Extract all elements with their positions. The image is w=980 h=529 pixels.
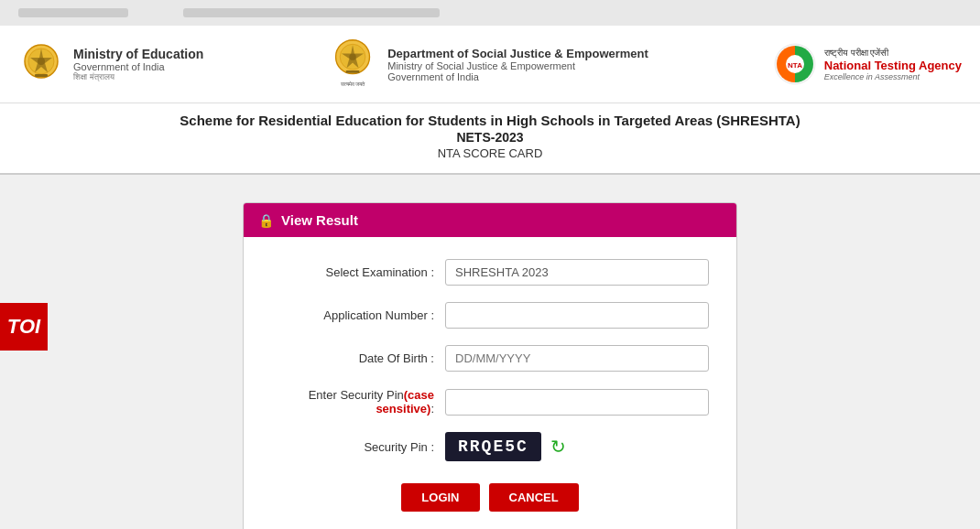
- dept-sub2: Government of India: [387, 71, 648, 82]
- select-examination-row: Select Examination :: [271, 259, 709, 286]
- application-number-input[interactable]: [445, 302, 709, 329]
- security-pin-colon: :: [430, 402, 434, 416]
- form-card-body: Select Examination : Application Number …: [244, 237, 736, 529]
- select-exam-label: Select Examination :: [271, 265, 445, 279]
- nta-english-name: National Testing Agency: [824, 59, 962, 72]
- app-number-label: Application Number :: [271, 308, 445, 322]
- dob-input[interactable]: [445, 345, 709, 372]
- svg-text:NTA: NTA: [788, 61, 802, 70]
- ministry-education-section: Ministry of Education Government of Indi…: [18, 41, 203, 87]
- exam-title-sub: NETS-2023: [18, 130, 962, 145]
- form-header-label: View Result: [281, 212, 358, 228]
- captcha-value: RRQE5C: [445, 432, 541, 461]
- refresh-captcha-icon[interactable]: ↻: [550, 436, 566, 458]
- title-section: Scheme for Residential Education for Stu…: [0, 103, 980, 175]
- nav-blur-2: [183, 8, 440, 17]
- dob-row: Date Of Birth :: [271, 345, 709, 372]
- form-buttons: LOGIN CANCEL: [271, 483, 709, 521]
- view-result-form-card: 🔒 View Result Select Examination : Appli…: [243, 202, 737, 529]
- captcha-label: Security Pin :: [271, 440, 445, 454]
- ministry-name: Ministry of Education: [73, 47, 203, 61]
- application-number-row: Application Number :: [271, 302, 709, 329]
- department-section: सत्यमेव जयते Department of Social Justic…: [203, 37, 772, 92]
- nav-blur-1: [18, 8, 128, 17]
- toi-badge: TOI: [0, 303, 48, 351]
- page-header: Ministry of Education Government of Indi…: [0, 26, 980, 103]
- exam-title-main: Scheme for Residential Education for Stu…: [18, 113, 962, 128]
- nta-hindi-name: राष्ट्रीय परीक्षा एजेंसी: [824, 48, 962, 59]
- dept-name: Department of Social Justice & Empowerme…: [387, 47, 648, 60]
- nta-tagline: Excellence in Assessment: [824, 72, 962, 81]
- nta-text-block: राष्ट्रीय परीक्षा एजेंसी National Testin…: [824, 48, 962, 81]
- form-card-header: 🔒 View Result: [244, 203, 736, 237]
- main-content-area: TOI 🔒 View Result Select Examination : A…: [0, 175, 980, 529]
- score-card-label: NTA SCORE CARD: [18, 146, 962, 160]
- security-pin-row: Enter Security Pin(case sensitive):: [271, 388, 709, 416]
- india-emblem-left: [18, 41, 64, 87]
- dob-label: Date Of Birth :: [271, 351, 445, 365]
- govt-name: Government of India: [73, 61, 203, 72]
- cancel-button[interactable]: CANCEL: [489, 483, 579, 512]
- security-pin-label: Enter Security Pin(case sensitive):: [271, 388, 445, 416]
- svg-rect-9: [346, 70, 360, 73]
- svg-point-8: [350, 53, 356, 59]
- nta-logo-icon: NTA: [773, 42, 817, 86]
- ministry-text-block: Ministry of Education Government of Indi…: [73, 47, 203, 82]
- security-pin-label-text: Enter Security Pin: [309, 388, 404, 402]
- india-emblem-center: सत्यमेव जयते: [328, 37, 378, 92]
- captcha-row: Security Pin : RRQE5C ↻: [271, 432, 709, 461]
- lock-icon: 🔒: [258, 213, 274, 228]
- dept-text-block: Department of Social Justice & Empowerme…: [387, 47, 648, 82]
- svg-rect-4: [35, 74, 48, 77]
- dept-sub1: Ministry of Social Justice & Empowerment: [387, 60, 648, 71]
- svg-point-3: [38, 58, 45, 65]
- top-navigation-bar: [0, 0, 980, 26]
- svg-text:सत्यमेव जयते: सत्यमेव जयते: [340, 81, 366, 87]
- captcha-display: RRQE5C ↻: [445, 432, 566, 461]
- ministry-hindi: शिक्षा मंत्रालय: [73, 72, 203, 82]
- nta-section: NTA राष्ट्रीय परीक्षा एजेंसी National Te…: [773, 42, 962, 86]
- login-button[interactable]: LOGIN: [401, 483, 479, 512]
- security-pin-input[interactable]: [445, 389, 709, 416]
- select-exam-input[interactable]: [445, 259, 709, 286]
